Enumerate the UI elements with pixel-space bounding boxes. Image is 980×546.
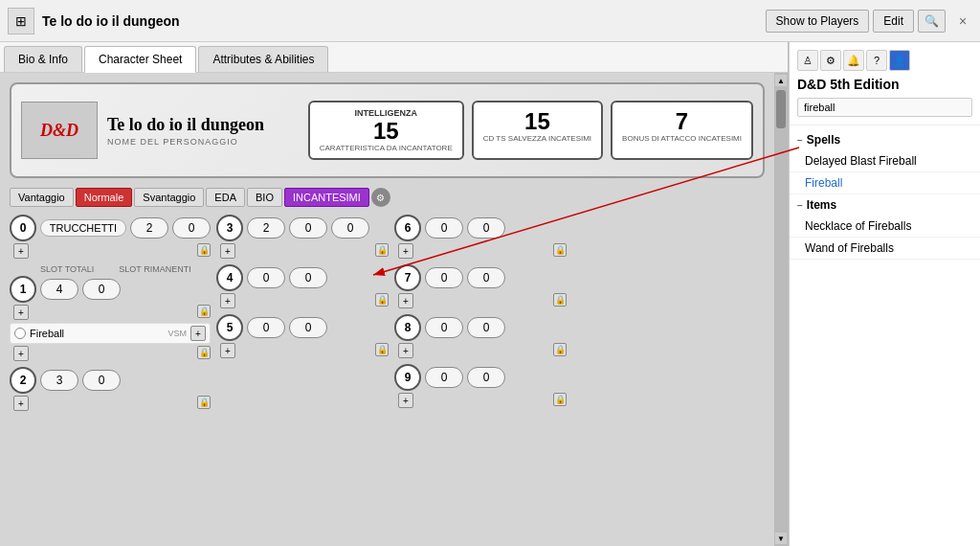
add-level7-button[interactable]: + [398,293,413,308]
section-header-items[interactable]: − Items [790,194,980,216]
level-7-badge: 7 [394,264,421,291]
level-1-remaining[interactable]: 0 [82,279,121,300]
level-3-val1[interactable]: 2 [247,217,285,239]
level-5-val2[interactable]: 0 [289,317,327,338]
spell-delayed-blast[interactable]: Delayed Blast Fireball [790,150,980,172]
lock-level2-button[interactable]: 🔒 [197,396,211,409]
lock-level6-button[interactable]: 🔒 [553,243,567,257]
level-7-controls: + 🔒 [394,293,567,308]
normale-button[interactable]: Normale [76,188,133,207]
right-search-input[interactable] [797,98,972,117]
level-2-total[interactable]: 3 [40,370,78,391]
add-level4-button[interactable]: + [220,293,235,308]
spell-fireball[interactable]: Fireball [790,172,980,194]
bio-button[interactable]: BIO [247,188,282,207]
add-level3-button[interactable]: + [220,243,235,259]
lock-trucchetti-button[interactable]: 🔒 [197,243,211,257]
level-2-controls: + 🔒 [10,396,211,411]
lock-level3-button[interactable]: 🔒 [375,243,389,257]
level-2-remaining[interactable]: 0 [82,370,121,391]
tab-attributes[interactable]: Attributes & Abilities [198,46,328,72]
section-header-spells[interactable]: − Spells [790,129,980,150]
vantaggio-button[interactable]: Vantaggio [10,188,74,207]
stat-sublabel-salvezza: CD TS SALVEZZA INCATESIMI [483,135,591,144]
fireball-radio[interactable] [14,328,26,339]
level-0-controls: + 🔒 [10,243,211,259]
add-level9-button[interactable]: + [398,393,413,408]
level-1-total[interactable]: 4 [40,279,78,300]
add-level1-button[interactable]: + [13,305,29,320]
top-icon-2[interactable]: ⚙ [820,50,841,71]
level-9-val2[interactable]: 0 [467,367,505,388]
level-8-val1[interactable]: 0 [425,317,463,338]
level-9-group: 9 0 0 + 🔒 [394,364,567,408]
level-4-val1[interactable]: 0 [247,267,285,288]
lock-level9-button[interactable]: 🔒 [553,393,567,406]
level-8-val2[interactable]: 0 [467,317,505,338]
eda-button[interactable]: EDA [206,188,245,207]
item-wand[interactable]: Wand of Fireballs [790,238,980,260]
level-0-val2[interactable]: 0 [172,217,211,239]
incantesimi-button[interactable]: INCANTESIMI [284,188,369,207]
close-button[interactable]: × [953,11,972,31]
tab-bio-info[interactable]: Bio & Info [4,46,82,72]
level-6-val2[interactable]: 0 [467,217,505,239]
scroll-down[interactable]: ▼ [775,533,787,544]
edit-button[interactable]: Edit [873,10,914,33]
add-fireball-button[interactable]: + [190,326,206,341]
scroll-thumb[interactable] [776,90,786,128]
lock-fireball-button[interactable]: 🔒 [197,346,211,359]
right-panel: ♙ ⚙ 🔔 ? 👤 D&D 5th Edition − Spells Delay… [789,42,980,546]
top-icon-5[interactable]: 👤 [889,50,910,71]
add-level2-button[interactable]: + [13,396,29,411]
add-level5-button[interactable]: + [220,343,235,358]
add-level8-button[interactable]: + [398,343,413,358]
stats-overlay: INTELLIGENZA 15 CARATTERISTICA DA INCANT… [308,101,753,161]
level-6-controls: + 🔒 [394,243,567,259]
top-icon-3[interactable]: 🔔 [843,50,864,71]
level-0-val1[interactable]: 2 [130,217,168,239]
add-trucchetti-button[interactable]: + [13,243,29,259]
main-layout: Bio & Info Character Sheet Attributes & … [0,42,980,546]
level-4-val2[interactable]: 0 [289,267,327,288]
level-5-row: 5 0 0 [216,314,389,341]
spell-col-2: 3 2 0 0 + 🔒 [216,215,389,417]
add-level6-button[interactable]: + [398,243,413,259]
top-icon-4[interactable]: ? [866,50,887,71]
lock-level4-button[interactable]: 🔒 [375,293,389,307]
spells-toggle: − [797,135,803,146]
level-1-group: SLOT TOTALI SLOT RIMANENTI 1 4 0 + [10,264,211,361]
level-7-val1[interactable]: 0 [425,267,463,288]
stat-value-intelligenza: 15 [320,118,453,145]
lock-level8-button[interactable]: 🔒 [553,343,567,356]
level-6-val1[interactable]: 0 [425,217,463,239]
spell-grid: 0 TRUCCHETTI 2 0 + 🔒 [10,215,765,417]
scrollbar[interactable]: ▲ ▼ [774,73,788,546]
level-5-val1[interactable]: 0 [247,317,285,338]
search-button[interactable]: 🔍 [918,10,946,33]
level-7-val2[interactable]: 0 [467,267,505,288]
level-4-badge: 4 [216,264,243,291]
show-to-players-button[interactable]: Show to Players [766,10,870,33]
lock-level1-button[interactable]: 🔒 [197,305,211,318]
level-7-group: 7 0 0 + 🔒 [394,264,567,308]
level-8-badge: 8 [394,314,421,341]
level-3-val3[interactable]: 0 [331,217,369,239]
level-3-val2[interactable]: 0 [289,217,327,239]
scroll-up[interactable]: ▲ [775,75,787,86]
svantaggio-button[interactable]: Svantaggio [134,188,204,207]
level-0-row: 0 TRUCCHETTI 2 0 [10,215,211,241]
level-9-val1[interactable]: 0 [425,367,463,388]
fireball-spell-name[interactable]: Fireball [30,328,64,339]
tab-character-sheet[interactable]: Character Sheet [84,46,196,73]
top-icon-1[interactable]: ♙ [797,50,818,71]
add-fireball-slot-button[interactable]: + [13,346,29,361]
dnd-logo: D&D [21,102,98,159]
item-necklace[interactable]: Necklace of Fireballs [790,216,980,238]
sheet-scroll-area[interactable]: D&D Te lo do io il dungeon NOME DEL PERS… [0,73,774,546]
lock-level5-button[interactable]: 🔒 [375,343,389,356]
lock-level7-button[interactable]: 🔒 [553,293,567,307]
gear-button[interactable]: ⚙ [371,188,390,207]
tab-bar: Bio & Info Character Sheet Attributes & … [0,42,788,73]
level-0-group: 0 TRUCCHETTI 2 0 + 🔒 [10,215,211,259]
